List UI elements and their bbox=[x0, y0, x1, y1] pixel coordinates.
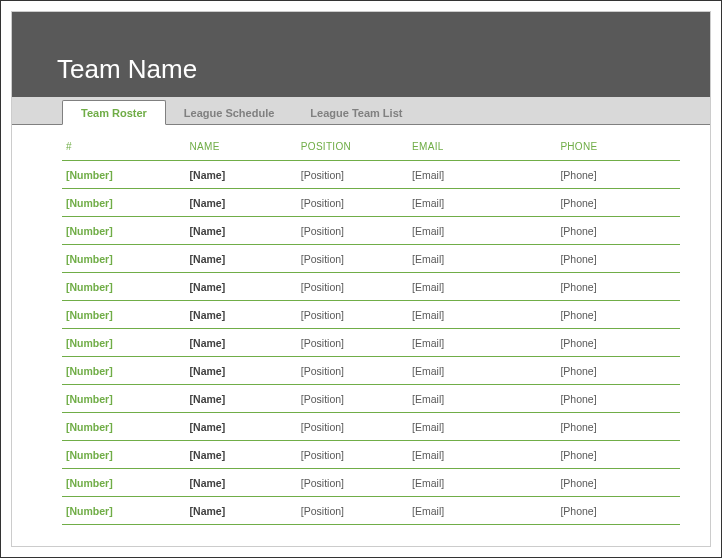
cell-number[interactable]: [Number] bbox=[62, 161, 186, 189]
cell-name[interactable]: [Name] bbox=[186, 301, 297, 329]
cell-name[interactable]: [Name] bbox=[186, 329, 297, 357]
cell-phone[interactable]: [Phone] bbox=[556, 357, 680, 385]
cell-position[interactable]: [Position] bbox=[297, 301, 408, 329]
cell-position[interactable]: [Position] bbox=[297, 273, 408, 301]
cell-phone[interactable]: [Phone] bbox=[556, 273, 680, 301]
table-body: [Number][Name][Position][Email][Phone][N… bbox=[62, 161, 680, 525]
cell-phone[interactable]: [Phone] bbox=[556, 413, 680, 441]
table-row: [Number][Name][Position][Email][Phone] bbox=[62, 189, 680, 217]
cell-number[interactable]: [Number] bbox=[62, 217, 186, 245]
tab-team-roster[interactable]: Team Roster bbox=[62, 100, 166, 125]
cell-email[interactable]: [Email] bbox=[408, 217, 556, 245]
cell-position[interactable]: [Position] bbox=[297, 245, 408, 273]
page-title: Team Name bbox=[57, 54, 197, 85]
cell-number[interactable]: [Number] bbox=[62, 329, 186, 357]
cell-email[interactable]: [Email] bbox=[408, 301, 556, 329]
cell-number[interactable]: [Number] bbox=[62, 301, 186, 329]
table-row: [Number][Name][Position][Email][Phone] bbox=[62, 357, 680, 385]
cell-email[interactable]: [Email] bbox=[408, 329, 556, 357]
col-header-phone: PHONE bbox=[556, 135, 680, 161]
cell-email[interactable]: [Email] bbox=[408, 413, 556, 441]
cell-phone[interactable]: [Phone] bbox=[556, 469, 680, 497]
cell-phone[interactable]: [Phone] bbox=[556, 329, 680, 357]
cell-name[interactable]: [Name] bbox=[186, 497, 297, 525]
cell-email[interactable]: [Email] bbox=[408, 497, 556, 525]
cell-number[interactable]: [Number] bbox=[62, 441, 186, 469]
cell-name[interactable]: [Name] bbox=[186, 273, 297, 301]
col-header-number: # bbox=[62, 135, 186, 161]
table-row: [Number][Name][Position][Email][Phone] bbox=[62, 441, 680, 469]
cell-email[interactable]: [Email] bbox=[408, 357, 556, 385]
cell-number[interactable]: [Number] bbox=[62, 469, 186, 497]
cell-email[interactable]: [Email] bbox=[408, 273, 556, 301]
cell-email[interactable]: [Email] bbox=[408, 161, 556, 189]
cell-email[interactable]: [Email] bbox=[408, 385, 556, 413]
cell-number[interactable]: [Number] bbox=[62, 497, 186, 525]
tab-strip: Team RosterLeague ScheduleLeague Team Li… bbox=[12, 97, 710, 125]
table-row: [Number][Name][Position][Email][Phone] bbox=[62, 469, 680, 497]
cell-name[interactable]: [Name] bbox=[186, 357, 297, 385]
table-row: [Number][Name][Position][Email][Phone] bbox=[62, 497, 680, 525]
cell-name[interactable]: [Name] bbox=[186, 189, 297, 217]
header-band: Team Name bbox=[12, 12, 710, 97]
cell-phone[interactable]: [Phone] bbox=[556, 217, 680, 245]
col-header-position: POSITION bbox=[297, 135, 408, 161]
cell-number[interactable]: [Number] bbox=[62, 413, 186, 441]
cell-position[interactable]: [Position] bbox=[297, 189, 408, 217]
table-row: [Number][Name][Position][Email][Phone] bbox=[62, 413, 680, 441]
col-header-email: EMAIL bbox=[408, 135, 556, 161]
cell-number[interactable]: [Number] bbox=[62, 357, 186, 385]
cell-number[interactable]: [Number] bbox=[62, 385, 186, 413]
cell-phone[interactable]: [Phone] bbox=[556, 441, 680, 469]
table-row: [Number][Name][Position][Email][Phone] bbox=[62, 161, 680, 189]
cell-phone[interactable]: [Phone] bbox=[556, 497, 680, 525]
cell-phone[interactable]: [Phone] bbox=[556, 385, 680, 413]
cell-position[interactable]: [Position] bbox=[297, 161, 408, 189]
cell-name[interactable]: [Name] bbox=[186, 217, 297, 245]
cell-phone[interactable]: [Phone] bbox=[556, 189, 680, 217]
document-page: Team Name Team RosterLeague ScheduleLeag… bbox=[11, 11, 711, 547]
cell-name[interactable]: [Name] bbox=[186, 245, 297, 273]
tab-league-schedule[interactable]: League Schedule bbox=[166, 101, 292, 124]
col-header-name: NAME bbox=[186, 135, 297, 161]
table-row: [Number][Name][Position][Email][Phone] bbox=[62, 217, 680, 245]
cell-position[interactable]: [Position] bbox=[297, 385, 408, 413]
tab-league-team-list[interactable]: League Team List bbox=[292, 101, 420, 124]
cell-position[interactable]: [Position] bbox=[297, 441, 408, 469]
table-row: [Number][Name][Position][Email][Phone] bbox=[62, 245, 680, 273]
cell-name[interactable]: [Name] bbox=[186, 385, 297, 413]
cell-number[interactable]: [Number] bbox=[62, 245, 186, 273]
cell-position[interactable]: [Position] bbox=[297, 357, 408, 385]
cell-name[interactable]: [Name] bbox=[186, 469, 297, 497]
table-row: [Number][Name][Position][Email][Phone] bbox=[62, 273, 680, 301]
cell-position[interactable]: [Position] bbox=[297, 329, 408, 357]
cell-phone[interactable]: [Phone] bbox=[556, 245, 680, 273]
table-header-row: #NAMEPOSITIONEMAILPHONE bbox=[62, 135, 680, 161]
cell-phone[interactable]: [Phone] bbox=[556, 161, 680, 189]
cell-position[interactable]: [Position] bbox=[297, 217, 408, 245]
cell-email[interactable]: [Email] bbox=[408, 441, 556, 469]
cell-number[interactable]: [Number] bbox=[62, 273, 186, 301]
cell-phone[interactable]: [Phone] bbox=[556, 301, 680, 329]
cell-name[interactable]: [Name] bbox=[186, 161, 297, 189]
cell-email[interactable]: [Email] bbox=[408, 189, 556, 217]
table-row: [Number][Name][Position][Email][Phone] bbox=[62, 301, 680, 329]
cell-name[interactable]: [Name] bbox=[186, 413, 297, 441]
table-row: [Number][Name][Position][Email][Phone] bbox=[62, 329, 680, 357]
roster-table-wrap: #NAMEPOSITIONEMAILPHONE [Number][Name][P… bbox=[12, 125, 710, 525]
cell-position[interactable]: [Position] bbox=[297, 413, 408, 441]
cell-number[interactable]: [Number] bbox=[62, 189, 186, 217]
cell-email[interactable]: [Email] bbox=[408, 245, 556, 273]
cell-name[interactable]: [Name] bbox=[186, 441, 297, 469]
cell-position[interactable]: [Position] bbox=[297, 497, 408, 525]
cell-position[interactable]: [Position] bbox=[297, 469, 408, 497]
roster-table: #NAMEPOSITIONEMAILPHONE [Number][Name][P… bbox=[62, 135, 680, 525]
cell-email[interactable]: [Email] bbox=[408, 469, 556, 497]
table-row: [Number][Name][Position][Email][Phone] bbox=[62, 385, 680, 413]
